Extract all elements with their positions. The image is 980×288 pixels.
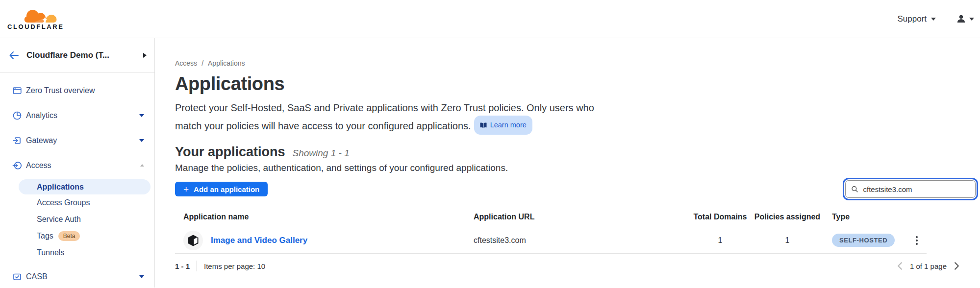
pagination-summary: 1 - 1 Items per page: 10 — [175, 261, 265, 271]
items-per-page-label[interactable]: Items per page: 10 — [204, 262, 265, 270]
sidebar-item-access[interactable]: Access — [0, 153, 154, 178]
sidebar-item-casb[interactable]: CASB — [0, 264, 154, 288]
chevron-down-icon — [969, 18, 974, 21]
overview-window-icon — [12, 86, 22, 96]
sidebar: Cloudflare Demo (T... Zero Trust overvie… — [0, 38, 155, 288]
account-name[interactable]: Cloudflare Demo (T... — [26, 50, 143, 60]
beta-badge: Beta — [58, 231, 80, 241]
user-menu[interactable] — [956, 14, 974, 24]
sidebar-item-zero-trust-overview[interactable]: Zero Trust overview — [0, 78, 154, 103]
table-header-row: Application name Application URL Total D… — [175, 207, 927, 227]
analytics-pie-icon — [12, 111, 22, 120]
column-header-application-url: Application URL — [474, 213, 688, 221]
section-title: Your applications — [175, 144, 285, 160]
sidebar-subitem-label: Applications — [37, 183, 84, 192]
search-icon — [851, 185, 858, 193]
page-title: Applications — [175, 73, 959, 95]
support-menu[interactable]: Support — [897, 14, 936, 24]
item-range: 1 - 1 — [175, 262, 190, 270]
application-name-link[interactable]: Image and Video Gallery — [211, 236, 307, 245]
learn-more-label: Learn more — [490, 118, 527, 133]
main-content: Access / Applications Applications Prote… — [155, 38, 980, 288]
sidebar-subitem-label: Service Auth — [37, 215, 81, 224]
application-url-cell: cftestsite3.com — [474, 236, 688, 245]
column-header-application-name: Application name — [175, 213, 474, 221]
sidebar-item-gateway[interactable]: Gateway — [0, 128, 154, 153]
sidebar-item-label: Access — [26, 161, 140, 170]
policies-assigned-cell: 1 — [753, 236, 822, 245]
cloudflare-wordmark: CLOUDFLARE — [7, 23, 64, 30]
applications-toolbar: + Add an application — [175, 179, 959, 199]
sidebar-item-label: Analytics — [26, 111, 139, 120]
row-actions-kebab-icon[interactable] — [913, 234, 920, 247]
sidebar-subitem-label: Tags — [37, 232, 53, 240]
type-cell: SELF-HOSTED — [822, 234, 907, 247]
sidebar-subitem-tags[interactable]: Tags Beta — [0, 228, 154, 244]
learn-more-badge[interactable]: Learn more — [474, 116, 532, 135]
page-description: Protect your Self-Hosted, SaaS and Priva… — [175, 100, 605, 135]
application-search — [845, 180, 976, 198]
add-application-label: Add an application — [194, 185, 259, 193]
account-switcher-caret-icon[interactable] — [143, 53, 147, 58]
casb-check-icon — [12, 272, 22, 282]
column-header-type: Type — [822, 213, 907, 221]
application-name-cell: Image and Video Gallery — [175, 231, 474, 250]
sidebar-subitem-service-auth[interactable]: Service Auth — [0, 211, 154, 228]
section-header: Your applications Showing 1 - 1 — [175, 144, 959, 160]
add-application-button[interactable]: + Add an application — [175, 182, 268, 196]
user-avatar-icon — [956, 14, 966, 24]
chevron-up-icon[interactable] — [140, 164, 144, 167]
showing-count: Showing 1 - 1 — [293, 148, 350, 159]
sidebar-account-header: Cloudflare Demo (T... — [0, 38, 154, 73]
access-login-icon — [12, 161, 22, 170]
breadcrumb-access[interactable]: Access — [175, 59, 197, 67]
sidebar-item-analytics[interactable]: Analytics — [0, 103, 154, 128]
app-cube-icon — [187, 234, 200, 247]
sidebar-subitem-tunnels[interactable]: Tunnels — [0, 244, 154, 261]
chevron-down-icon[interactable] — [139, 114, 144, 117]
top-bar-right: Support — [897, 14, 974, 24]
sidebar-subitem-label: Tunnels — [37, 248, 64, 257]
table-footer: 1 - 1 Items per page: 10 1 of 1 page — [175, 254, 959, 278]
application-avatar — [183, 231, 203, 250]
cloudflare-logo[interactable]: CLOUDFLARE — [7, 7, 64, 30]
self-hosted-badge: SELF-HOSTED — [832, 234, 895, 247]
next-page-icon[interactable] — [954, 262, 959, 270]
table-row: Image and Video Gallery cftestsite3.com … — [175, 227, 927, 254]
top-bar: CLOUDFLARE Support — [0, 0, 980, 38]
column-header-policies-assigned: Policies assigned — [753, 213, 822, 221]
sidebar-nav: Zero Trust overview Analytics Gateway — [0, 73, 154, 288]
divider — [197, 261, 197, 271]
pagination-controls: 1 of 1 page — [897, 262, 959, 270]
previous-page-icon[interactable] — [897, 262, 903, 270]
gateway-icon — [12, 136, 22, 145]
breadcrumb-separator: / — [201, 59, 203, 67]
section-description: Manage the policies, authentication, and… — [175, 163, 959, 173]
search-input[interactable] — [862, 185, 970, 194]
sidebar-subitem-label: Access Groups — [37, 198, 90, 207]
sidebar-item-label: Gateway — [26, 136, 139, 145]
sidebar-subitem-access-groups[interactable]: Access Groups — [0, 194, 154, 211]
column-header-total-domains: Total Domains — [688, 213, 753, 221]
sidebar-item-label: Zero Trust overview — [26, 86, 144, 95]
support-label: Support — [897, 14, 927, 24]
plus-icon: + — [183, 185, 189, 194]
total-domains-cell: 1 — [688, 236, 753, 245]
back-arrow-icon[interactable] — [8, 50, 19, 60]
app-shell: Cloudflare Demo (T... Zero Trust overvie… — [0, 38, 980, 288]
applications-table: Application name Application URL Total D… — [175, 207, 927, 254]
page-status: 1 of 1 page — [910, 262, 947, 270]
sidebar-subitem-applications[interactable]: Applications — [19, 179, 151, 194]
chevron-down-icon — [931, 18, 936, 21]
book-icon — [480, 122, 487, 128]
chevron-down-icon[interactable] — [139, 139, 144, 142]
breadcrumb-applications: Applications — [208, 59, 245, 67]
chevron-down-icon[interactable] — [139, 275, 144, 278]
cloudflare-cloud-icon — [24, 7, 57, 24]
breadcrumb: Access / Applications — [175, 59, 959, 67]
sidebar-item-label: CASB — [26, 272, 139, 281]
